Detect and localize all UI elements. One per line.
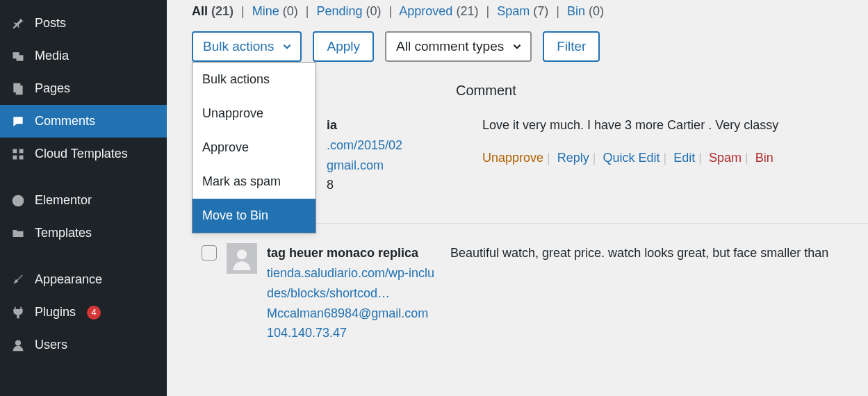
svg-point-9: [15, 340, 21, 345]
sidebar-item-media[interactable]: Media: [0, 40, 167, 72]
sidebar-item-users[interactable]: Users: [0, 329, 167, 361]
action-reply[interactable]: Reply: [557, 151, 589, 165]
comment-author-name: ia: [327, 115, 438, 135]
comment-row: tag heuer monaco replica tienda.saludiar…: [192, 243, 868, 343]
bulk-option-bulk-actions[interactable]: Bulk actions: [193, 63, 316, 97]
sidebar-item-label: Elementor: [35, 193, 92, 208]
svg-rect-3: [16, 85, 23, 94]
sidebar-item-cloud-templates[interactable]: Cloud Templates: [0, 138, 167, 170]
apply-button[interactable]: Apply: [313, 31, 374, 62]
filter-bin[interactable]: Bin (0): [567, 4, 604, 18]
svg-rect-7: [19, 155, 24, 159]
chevron-down-icon: [281, 40, 293, 53]
comment-author-email[interactable]: gmail.com: [327, 156, 438, 176]
filter-mine[interactable]: Mine (0): [252, 4, 298, 18]
action-quick-edit[interactable]: Quick Edit: [603, 151, 660, 165]
comment-author-ip: 8: [327, 175, 438, 195]
sidebar-item-elementor[interactable]: Elementor: [0, 184, 167, 217]
action-unapprove[interactable]: Unapprove: [482, 151, 543, 165]
pages-icon: [10, 82, 26, 96]
sidebar-item-posts[interactable]: Posts: [0, 7, 167, 40]
row-checkbox[interactable]: [202, 245, 217, 261]
comment-icon: [10, 115, 26, 129]
sidebar-item-label: Comments: [35, 114, 95, 129]
author-avatar: [227, 243, 257, 274]
sidebar-item-plugins[interactable]: Plugins 4: [0, 296, 167, 329]
sidebar-item-label: Appearance: [35, 272, 102, 287]
filter-pending[interactable]: Pending (0): [317, 4, 382, 18]
sidebar-item-label: Users: [35, 338, 67, 352]
bulk-actions-dropdown[interactable]: Bulk actions Bulk actions Unapprove Appr…: [192, 31, 302, 62]
sidebar-item-comments[interactable]: Comments: [0, 105, 167, 138]
filter-button[interactable]: Filter: [543, 31, 600, 62]
bulk-actions-menu: Bulk actions Unapprove Approve Mark as s…: [192, 62, 316, 233]
svg-point-10: [237, 249, 247, 259]
bulk-option-mark-spam[interactable]: Mark as spam: [193, 165, 316, 199]
comment-author-column: ia .com/2015/02 gmail.com 8: [327, 115, 438, 195]
pushpin-icon: [10, 17, 26, 31]
comment-author-column: tag heuer monaco replica tienda.saludiar…: [267, 243, 441, 343]
comment-author-ip[interactable]: 104.140.73.47: [267, 323, 441, 343]
main-content: All (21) | Mine (0) | Pending (0) | Appr…: [167, 0, 868, 396]
sidebar-item-label: Pages: [35, 81, 70, 96]
elementor-icon: [10, 194, 26, 208]
comment-types-selected: All comment types: [396, 39, 504, 54]
sidebar-item-label: Cloud Templates: [35, 147, 128, 161]
comment-status-filters: All (21) | Mine (0) | Pending (0) | Appr…: [192, 4, 868, 19]
chevron-down-icon: [511, 40, 523, 53]
sidebar-item-label: Templates: [35, 226, 92, 240]
media-icon: [10, 49, 26, 63]
sidebar-item-templates[interactable]: Templates: [0, 217, 167, 249]
folder-icon: [10, 226, 26, 240]
svg-point-8: [13, 195, 24, 206]
filter-all[interactable]: All (21): [192, 4, 234, 18]
svg-rect-6: [13, 155, 17, 159]
bulk-option-move-to-bin[interactable]: Move to Bin: [193, 199, 316, 233]
comment-text-column: Beautiful watch, great price. watch look…: [450, 243, 868, 263]
action-bin[interactable]: Bin: [755, 151, 773, 165]
bulk-option-approve[interactable]: Approve: [193, 131, 316, 165]
svg-rect-1: [17, 55, 24, 60]
comment-types-select[interactable]: All comment types: [385, 31, 532, 62]
brush-icon: [10, 273, 26, 287]
plugin-update-badge: 4: [87, 306, 101, 320]
bulk-option-unapprove[interactable]: Unapprove: [193, 97, 316, 131]
admin-sidebar: Posts Media Pages Comments Cloud Templat…: [0, 0, 167, 396]
comment-author-email[interactable]: Mccalman68984@gmail.com: [267, 304, 441, 324]
grid-icon: [10, 147, 26, 161]
svg-rect-4: [13, 149, 17, 153]
comment-author-url[interactable]: .com/2015/02: [327, 135, 438, 156]
comment-row-actions: Unapprove| Reply| Quick Edit| Edit| Spam…: [482, 148, 868, 168]
sidebar-item-label: Plugins: [35, 305, 76, 320]
filter-approved[interactable]: Approved (21): [399, 4, 478, 18]
plug-icon: [10, 306, 26, 320]
sidebar-item-label: Posts: [35, 16, 66, 31]
action-edit[interactable]: Edit: [673, 151, 695, 165]
action-spam[interactable]: Spam: [709, 151, 742, 165]
comment-author-url[interactable]: tienda.saludiario.com/wp-includes/blocks…: [267, 263, 441, 304]
comment-text: Love it very much. I have 3 more Cartier…: [482, 115, 868, 135]
sidebar-item-appearance[interactable]: Appearance: [0, 263, 167, 296]
comment-text: Beautiful watch, great price. watch look…: [450, 243, 868, 263]
tablenav-top: Bulk actions Bulk actions Unapprove Appr…: [192, 31, 868, 62]
sidebar-item-label: Media: [35, 49, 69, 63]
comment-author-name: tag heuer monaco replica: [267, 243, 441, 263]
svg-rect-5: [19, 149, 24, 153]
filter-spam[interactable]: Spam (7): [497, 4, 548, 18]
user-icon: [10, 338, 26, 352]
bulk-actions-selected: Bulk actions: [203, 39, 274, 54]
sidebar-item-pages[interactable]: Pages: [0, 72, 167, 105]
comment-text-column: Love it very much. I have 3 more Cartier…: [482, 115, 868, 168]
column-header-comment: Comment: [456, 83, 868, 99]
